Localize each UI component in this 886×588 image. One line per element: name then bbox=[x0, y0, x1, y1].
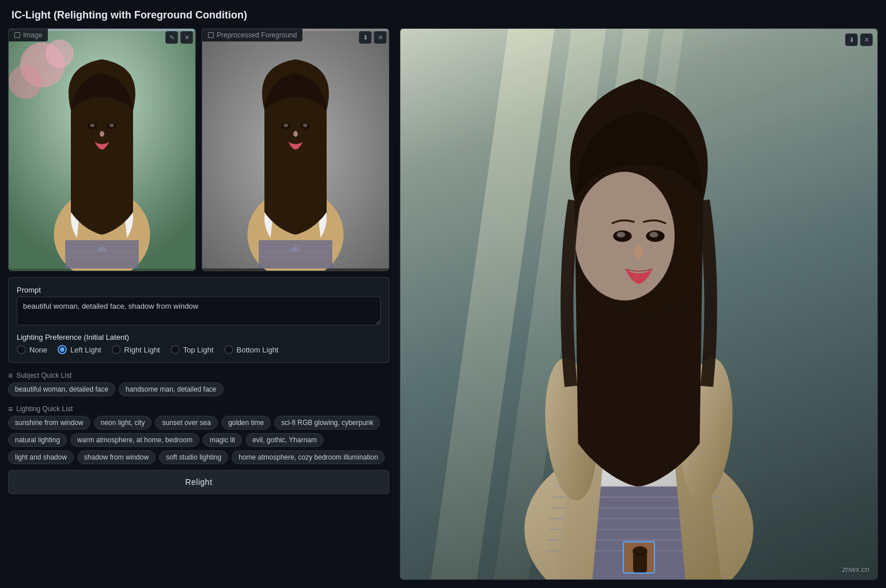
lighting-section: Lighting Preference (Initial Latent) Non… bbox=[17, 333, 381, 354]
radio-label-top: Top Light bbox=[183, 346, 214, 354]
lighting-list-title: Lighting Quick List bbox=[16, 405, 73, 413]
radio-top[interactable]: Top Light bbox=[171, 345, 214, 354]
lighting-tag[interactable]: home atmosphere, cozy bedroom illuminati… bbox=[232, 450, 385, 464]
subject-quick-list-section: Subject Quick List beautiful woman, deta… bbox=[8, 369, 389, 396]
lighting-tag-group: sunshine from windowneon light, citysuns… bbox=[8, 416, 389, 464]
svg-point-2 bbox=[9, 65, 43, 99]
svg-point-50 bbox=[634, 245, 643, 258]
svg-point-49 bbox=[650, 232, 658, 238]
lighting-radio-group: NoneLeft LightRight LightTop LightBottom… bbox=[17, 345, 381, 354]
svg-point-12 bbox=[109, 124, 114, 127]
image-box-original: Image ✎ ✕ bbox=[8, 28, 196, 271]
svg-rect-14 bbox=[65, 240, 139, 268]
left-panel: Image ✎ ✕ bbox=[0, 28, 397, 588]
output-actions: ⬇ ✕ bbox=[845, 33, 873, 46]
radio-outer-bottom bbox=[224, 345, 233, 354]
radio-bottom[interactable]: Bottom Light bbox=[224, 345, 279, 354]
image-box-preprocessed: Preprocessed Foreground ⬇ ✕ bbox=[202, 28, 389, 271]
lighting-tag[interactable]: evil, gothic, Yharnam bbox=[245, 433, 324, 447]
prompt-textarea[interactable] bbox=[17, 297, 381, 325]
lighting-tag[interactable]: soft studio lighting bbox=[159, 450, 228, 464]
svg-rect-28 bbox=[259, 240, 332, 268]
prompt-label: Prompt bbox=[17, 286, 381, 294]
lighting-list-header: Lighting Quick List bbox=[8, 404, 389, 414]
subject-tag-group: beautiful woman, detailed facehandsome m… bbox=[8, 382, 389, 396]
original-portrait bbox=[9, 29, 195, 271]
prompt-section: Prompt bbox=[17, 286, 381, 327]
three-bar-icon bbox=[8, 371, 13, 380]
relight-button[interactable]: Relight bbox=[8, 470, 389, 494]
lighting-tag[interactable]: magic lit bbox=[203, 433, 242, 447]
preprocessed-download-button[interactable]: ⬇ bbox=[359, 31, 372, 44]
radio-label-bottom: Bottom Light bbox=[237, 346, 279, 354]
image-icon bbox=[14, 32, 20, 38]
three-bar-icon-2 bbox=[8, 404, 13, 414]
svg-point-27 bbox=[293, 131, 298, 137]
svg-point-54 bbox=[641, 553, 644, 555]
output-panel: ⬇ ✕ bbox=[400, 28, 878, 580]
svg-point-3 bbox=[46, 40, 74, 68]
image-row: Image ✎ ✕ bbox=[8, 28, 389, 271]
preprocessed-actions: ⬇ ✕ bbox=[359, 31, 387, 44]
radio-right[interactable]: Right Light bbox=[112, 345, 160, 354]
preprocessed-close-button[interactable]: ✕ bbox=[374, 31, 387, 44]
lighting-tag[interactable]: light and shadow bbox=[8, 450, 74, 464]
subject-tag[interactable]: beautiful woman, detailed face bbox=[8, 382, 115, 396]
thumbnail-item[interactable] bbox=[623, 541, 655, 574]
lighting-tag[interactable]: natural lighting bbox=[8, 433, 67, 447]
subject-list-title: Subject Quick List bbox=[16, 371, 71, 380]
svg-point-26 bbox=[303, 124, 308, 127]
image-original-actions: ✎ ✕ bbox=[165, 31, 193, 44]
image-edit-button[interactable]: ✎ bbox=[165, 31, 178, 44]
controls-panel: Prompt Lighting Preference (Initial Late… bbox=[8, 277, 389, 363]
thumbnail-row bbox=[623, 541, 655, 574]
subject-list-header: Subject Quick List bbox=[8, 371, 389, 380]
radio-none[interactable]: None bbox=[17, 345, 47, 354]
image-close-button[interactable]: ✕ bbox=[180, 31, 193, 44]
lighting-tag[interactable]: shadow from window bbox=[77, 450, 156, 464]
watermark: znwx.cn bbox=[842, 565, 869, 574]
radio-label-right: Right Light bbox=[124, 346, 160, 354]
radio-inner-left bbox=[60, 347, 65, 352]
lighting-tag[interactable]: golden time bbox=[221, 416, 271, 430]
lighting-tag[interactable]: sunset over sea bbox=[155, 416, 218, 430]
lighting-tag[interactable]: sunshine from window bbox=[8, 416, 90, 430]
lighting-quick-list-section: Lighting Quick List sunshine from window… bbox=[8, 402, 389, 464]
svg-point-13 bbox=[100, 131, 104, 137]
radio-outer-none bbox=[17, 345, 26, 354]
svg-point-48 bbox=[617, 232, 626, 238]
lighting-tag[interactable]: neon light, city bbox=[94, 416, 152, 430]
lighting-label: Lighting Preference (Initial Latent) bbox=[17, 333, 381, 342]
radio-left[interactable]: Left Light bbox=[58, 345, 101, 354]
preprocessed-icon bbox=[208, 32, 214, 38]
subject-tag[interactable]: handsome man, detailed face bbox=[119, 382, 223, 396]
image-label: Image bbox=[9, 29, 48, 41]
radio-label-none: None bbox=[29, 346, 47, 354]
radio-label-left: Left Light bbox=[70, 346, 101, 354]
lighting-tag[interactable]: warm atmosphere, at home, bedroom bbox=[70, 433, 199, 447]
output-download-button[interactable]: ⬇ bbox=[845, 33, 858, 46]
preprocessed-label: Preprocessed Foreground bbox=[202, 29, 302, 41]
radio-outer-left bbox=[58, 345, 67, 354]
svg-point-53 bbox=[636, 553, 639, 555]
radio-outer-top bbox=[171, 345, 180, 354]
preprocessed-portrait bbox=[202, 29, 389, 271]
svg-point-11 bbox=[90, 124, 94, 127]
app-title: IC-Light (Relighting with Foreground Con… bbox=[0, 0, 886, 28]
svg-point-25 bbox=[283, 124, 288, 127]
output-close-button[interactable]: ✕ bbox=[860, 33, 873, 46]
radio-outer-right bbox=[112, 345, 121, 354]
lighting-tag[interactable]: sci-fi RGB glowing, cyberpunk bbox=[274, 416, 380, 430]
